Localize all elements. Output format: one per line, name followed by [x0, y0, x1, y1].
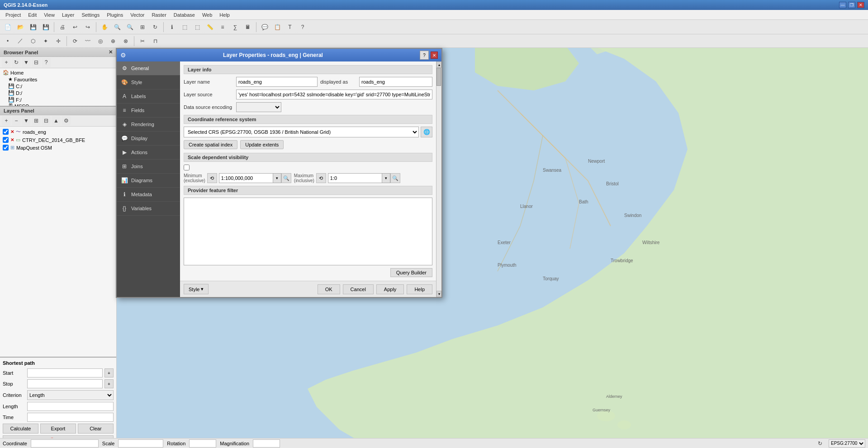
- calculator-button[interactable]: 🖩: [242, 21, 254, 33]
- menu-project[interactable]: Project: [2, 11, 24, 19]
- draw-point-button[interactable]: •: [2, 35, 14, 47]
- stop-point-button[interactable]: +: [104, 379, 114, 388]
- browser-favourites-item[interactable]: ★ Favourites: [1, 76, 115, 83]
- ok-button[interactable]: OK: [318, 284, 340, 294]
- message-button[interactable]: 💬: [259, 21, 270, 33]
- coordinate-input[interactable]: [31, 439, 99, 448]
- sidebar-variables-item[interactable]: {} Variables: [117, 202, 180, 216]
- crs-select[interactable]: Selected CRS (EPSG:27700, OSGB 1936 / Br…: [184, 127, 419, 137]
- dialog-help-icon-button[interactable]: ?: [420, 51, 429, 60]
- sidebar-style-item[interactable]: 🎨 Style: [117, 75, 180, 90]
- create-spatial-index-button[interactable]: Create spatial index: [184, 140, 237, 149]
- menu-settings[interactable]: Settings: [78, 11, 103, 19]
- dialog-scrollbar[interactable]: ▴ ▾: [436, 61, 441, 297]
- simplify-button[interactable]: 〰: [82, 35, 94, 47]
- sidebar-fields-item[interactable]: ≡ Fields: [117, 104, 180, 118]
- clear-button[interactable]: Clear: [78, 424, 114, 434]
- draw-polygon-button[interactable]: ⬡: [27, 35, 39, 47]
- browser-close-icon[interactable]: ✕: [109, 49, 113, 55]
- sidebar-metadata-item[interactable]: ℹ Metadata: [117, 188, 180, 202]
- scroll-thumb[interactable]: [436, 68, 441, 86]
- layers-collapse-button[interactable]: ⊟: [42, 116, 51, 125]
- measure-button[interactable]: 📏: [204, 21, 216, 33]
- update-extents-button[interactable]: Update extents: [240, 140, 284, 149]
- start-input[interactable]: [27, 368, 103, 377]
- add-ring-button[interactable]: ◎: [95, 35, 106, 47]
- layers-up-button[interactable]: ▲: [52, 116, 61, 125]
- log-button[interactable]: 📋: [271, 21, 283, 33]
- sidebar-display-item[interactable]: 💬 Display: [117, 132, 180, 146]
- time-input[interactable]: [27, 413, 114, 422]
- layer-mapquest[interactable]: ⊞ MapQuest OSM: [1, 144, 115, 151]
- browser-d-drive-item[interactable]: 💾 D:/: [1, 90, 115, 96]
- menu-database[interactable]: Database: [170, 11, 199, 19]
- scale-visibility-checkbox[interactable]: [184, 165, 190, 170]
- refresh-button[interactable]: ↻: [149, 21, 161, 33]
- menu-edit[interactable]: Edit: [24, 11, 40, 19]
- sidebar-diagrams-item[interactable]: 📊 Diagrams: [117, 174, 180, 188]
- menu-vector[interactable]: Vector: [127, 11, 148, 19]
- merge-button[interactable]: ⊓: [149, 35, 161, 47]
- zoom-extent-button[interactable]: ⊞: [137, 21, 148, 33]
- help-button[interactable]: ?: [297, 21, 308, 33]
- cancel-button[interactable]: Cancel: [343, 284, 374, 294]
- provider-filter-textarea[interactable]: [184, 198, 432, 265]
- browser-add-button[interactable]: +: [2, 58, 11, 67]
- browser-home-item[interactable]: 🏠 Home: [1, 69, 115, 76]
- browser-mssql-item[interactable]: 🗄 MSSQ...: [1, 103, 115, 106]
- magnification-input[interactable]: [253, 439, 280, 448]
- minimum-scale-zoom-button[interactable]: 🔍: [281, 173, 291, 183]
- fill-ring-button[interactable]: ⊗: [120, 35, 132, 47]
- sidebar-general-item[interactable]: ⚙ General: [117, 61, 180, 75]
- draw-line-button[interactable]: ／: [14, 35, 26, 47]
- maximum-scale-icon-button[interactable]: ⟲: [316, 173, 326, 183]
- layers-settings-button[interactable]: ⚙: [62, 116, 71, 125]
- minimum-scale-dropdown[interactable]: ▾: [273, 173, 281, 183]
- status-render-button[interactable]: ↻: [815, 439, 825, 448]
- zoom-in-button[interactable]: 🔍: [111, 21, 123, 33]
- open-project-button[interactable]: 📂: [14, 21, 26, 33]
- layer-source-input[interactable]: [236, 90, 432, 99]
- minimize-button[interactable]: —: [839, 2, 846, 8]
- apply-button[interactable]: Apply: [376, 284, 404, 294]
- layers-remove-button[interactable]: −: [12, 116, 21, 125]
- scroll-down-button[interactable]: ▾: [436, 291, 441, 297]
- edit-vertex-button[interactable]: ✦: [40, 35, 52, 47]
- layers-add-button[interactable]: +: [2, 116, 11, 125]
- maximum-scale-zoom-button[interactable]: 🔍: [390, 173, 400, 183]
- rotation-input[interactable]: [189, 439, 216, 448]
- menu-raster[interactable]: Raster: [148, 11, 170, 19]
- layer-name-input[interactable]: [236, 77, 318, 87]
- stop-input[interactable]: [27, 379, 103, 388]
- maximum-scale-input[interactable]: [328, 173, 382, 183]
- scroll-up-button[interactable]: ▴: [436, 61, 441, 68]
- sidebar-actions-item[interactable]: ▶ Actions: [117, 146, 180, 160]
- data-encoding-select[interactable]: [236, 102, 281, 112]
- statistics-button[interactable]: ∑: [229, 21, 241, 33]
- move-feature-button[interactable]: ✛: [52, 35, 64, 47]
- layer-roads-eng-checkbox[interactable]: [3, 129, 9, 135]
- layers-filter-button[interactable]: ▼: [22, 116, 31, 125]
- add-part-button[interactable]: ⊕: [107, 35, 119, 47]
- new-project-button[interactable]: 📄: [2, 21, 14, 33]
- style-button[interactable]: Style ▾: [184, 284, 209, 294]
- layer-ctry-checkbox[interactable]: [3, 137, 9, 143]
- select-button[interactable]: ⬚: [179, 21, 190, 33]
- criterion-select[interactable]: Length: [27, 390, 114, 400]
- browser-collapse-button[interactable]: ⊟: [32, 58, 41, 67]
- rotate-button[interactable]: ⟳: [69, 35, 81, 47]
- attribute-table-button[interactable]: ≡: [217, 21, 228, 33]
- menu-plugins[interactable]: Plugins: [103, 11, 127, 19]
- browser-f-drive-item[interactable]: 💾 F:/: [1, 96, 115, 103]
- delete-part-button[interactable]: ✂: [137, 35, 148, 47]
- crs-select-button[interactable]: 🌐: [421, 127, 432, 137]
- save-project-button[interactable]: 💾: [27, 21, 39, 33]
- query-builder-button[interactable]: Query Builder: [390, 268, 432, 277]
- menu-view[interactable]: View: [40, 11, 58, 19]
- undo-button[interactable]: ↩: [69, 21, 81, 33]
- scale-input[interactable]: [118, 439, 163, 448]
- browser-filter-button[interactable]: ▼: [22, 58, 31, 67]
- deselect-button[interactable]: ⬚: [191, 21, 203, 33]
- minimum-scale-input[interactable]: [219, 173, 273, 183]
- browser-c-drive-item[interactable]: 💾 C:/: [1, 83, 115, 90]
